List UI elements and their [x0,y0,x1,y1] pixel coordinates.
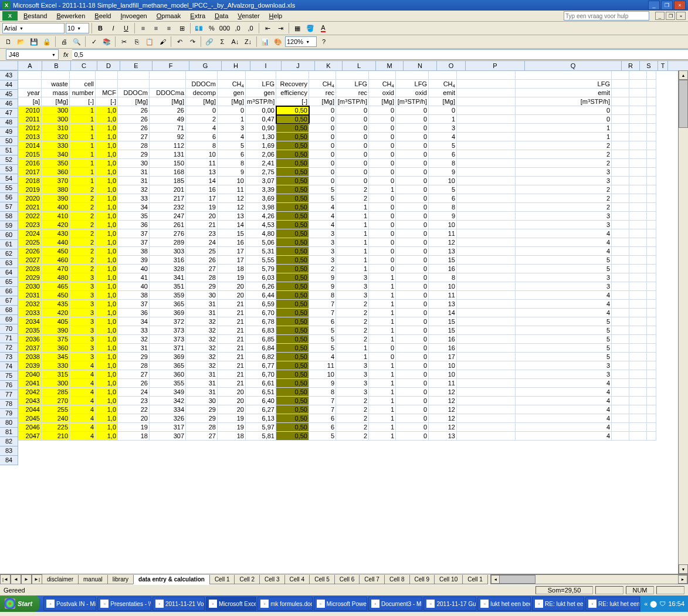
cell-Q48[interactable]: 0 [516,115,612,124]
cell-C75[interactable]: 3 [70,353,96,361]
sheet-tab-data-entry-&-calculation[interactable]: data entry & calculation [133,575,210,584]
cell-I50[interactable]: 1,30 [246,133,276,141]
cell-D65[interactable]: 1,0 [96,265,118,273]
close-button[interactable]: × [674,1,686,10]
cell-B82[interactable]: 240 [42,414,70,423]
cell-R49[interactable] [612,124,629,133]
cell-M44[interactable]: CH4 [369,80,396,89]
cell-C72[interactable]: 3 [70,326,96,335]
cell-H74[interactable]: 21 [218,344,246,353]
cell-G45[interactable]: decomp [186,89,218,97]
sort-asc-button[interactable]: A↓ [229,36,241,48]
cell-S82[interactable] [629,414,647,423]
cell-F43[interactable] [150,71,186,80]
cell-S79[interactable] [629,388,647,397]
cell-J63[interactable]: 0,50 [276,247,309,256]
cell-T45[interactable] [647,89,656,97]
cell-N49[interactable]: 0 [396,124,429,133]
cell-Q69[interactable]: 4 [516,300,612,309]
increase-indent-button[interactable]: ⇥ [274,22,286,34]
row-header-71[interactable]: 71 [0,334,18,343]
cell-F55[interactable]: 185 [150,177,186,185]
cell-G76[interactable]: 32 [186,361,218,370]
cell-K66[interactable]: 9 [309,273,336,282]
cell-D51[interactable]: 1,0 [96,141,118,150]
redo-button[interactable]: ↷ [187,36,198,48]
cell-C69[interactable]: 3 [70,300,96,309]
cell-I65[interactable]: 5,79 [246,265,276,273]
cell-C59[interactable]: 2 [70,212,96,221]
cell-I80[interactable]: 6,40 [246,397,276,405]
cell-T82[interactable] [647,414,656,423]
cell-M70[interactable]: 1 [369,309,396,317]
cell-K60[interactable]: 4 [309,221,336,229]
cell-N57[interactable]: 0 [396,194,429,203]
cell-E46[interactable]: [Mg] [118,97,150,106]
cell-H79[interactable]: 20 [218,388,246,397]
cell-E81[interactable]: 22 [118,405,150,414]
cell-D68[interactable]: 1,0 [96,291,118,300]
cell-C62[interactable]: 2 [70,238,96,247]
cell-F49[interactable]: 71 [150,124,186,133]
row-header-67[interactable]: 67 [0,296,18,306]
cell-R48[interactable] [612,115,629,124]
cell-A69[interactable]: 2032 [18,300,42,309]
cell-F71[interactable]: 372 [150,317,186,326]
cell-S57[interactable] [629,194,647,203]
cell-N51[interactable]: 0 [396,141,429,150]
col-header-N[interactable]: N [404,61,437,70]
col-header-J[interactable]: J [282,61,315,70]
cell-E66[interactable]: 41 [118,273,150,282]
cell-J68[interactable]: 0,50 [276,291,309,300]
row-header-78[interactable]: 78 [0,400,18,409]
cell-H55[interactable]: 10 [218,177,246,185]
col-header-C[interactable]: C [71,61,97,70]
cell-R64[interactable] [612,256,629,265]
cell-Q53[interactable]: 2 [516,159,612,168]
cell-T55[interactable] [647,177,656,185]
cell-H82[interactable]: 19 [218,414,246,423]
cell-L44[interactable]: LFG [336,80,369,89]
cell-K45[interactable]: rec [309,89,336,97]
cell-B80[interactable]: 270 [42,397,70,405]
cell-A51[interactable]: 2014 [18,141,42,150]
cell-B65[interactable]: 470 [42,265,70,273]
cell-S69[interactable] [629,300,647,309]
cell-A47[interactable]: 2010 [18,106,42,115]
cell-P74[interactable] [457,344,516,353]
cell-T73[interactable] [647,335,656,344]
cell-O45[interactable]: emit [429,89,457,97]
cell-T62[interactable] [647,238,656,247]
cell-J43[interactable] [276,71,309,80]
cell-T78[interactable] [647,379,656,388]
row-header-58[interactable]: 58 [0,212,18,221]
col-header-R[interactable]: R [622,61,640,70]
cell-N67[interactable]: 0 [396,282,429,291]
select-all-corner[interactable] [0,61,18,70]
cell-M81[interactable]: 1 [369,405,396,414]
cell-C78[interactable]: 4 [70,379,96,388]
menu-venster[interactable]: Venster [234,12,263,20]
cell-S65[interactable] [629,265,647,273]
cell-M62[interactable]: 0 [369,238,396,247]
cell-J67[interactable]: 0,50 [276,282,309,291]
merge-button[interactable]: ⊞ [176,22,188,34]
cell-P73[interactable] [457,335,516,344]
tray-icon-1[interactable]: ⬤ [650,600,657,608]
cell-D50[interactable]: 1,0 [96,133,118,141]
cell-T76[interactable] [647,361,656,370]
cell-C61[interactable]: 2 [70,229,96,238]
cell-R47[interactable] [612,106,629,115]
cell-H59[interactable]: 13 [218,212,246,221]
cell-P82[interactable] [457,414,516,423]
cell-G71[interactable]: 32 [186,317,218,326]
cell-F58[interactable]: 232 [150,203,186,212]
cell-G84[interactable]: 27 [186,432,218,441]
cell-J82[interactable]: 0,50 [276,414,309,423]
cell-H76[interactable]: 21 [218,361,246,370]
cell-O80[interactable]: 12 [429,397,457,405]
cell-T43[interactable] [647,71,656,80]
cell-S53[interactable] [629,159,647,168]
row-header-80[interactable]: 80 [0,418,18,428]
cell-H66[interactable]: 19 [218,273,246,282]
